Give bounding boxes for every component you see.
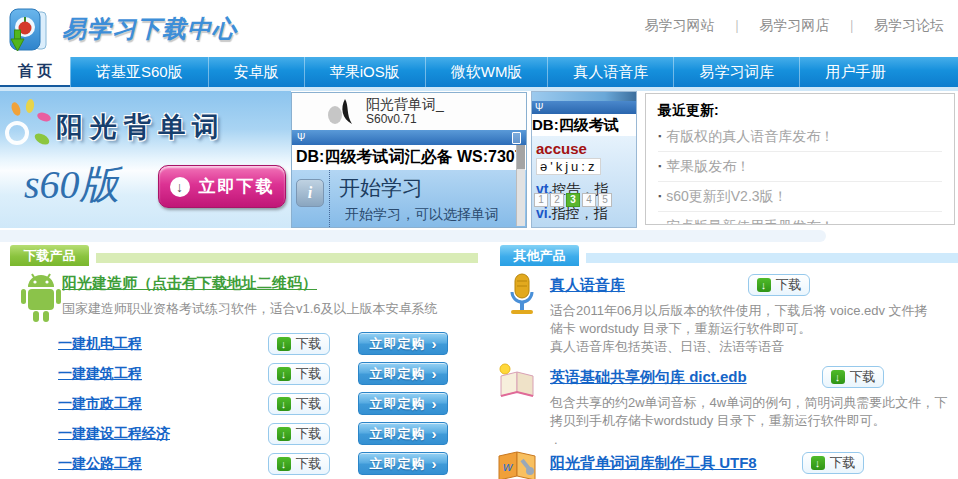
signal-icon: Ψ [535,102,543,113]
screenshot-phone-right: Ψ DB:四级考试 accuse ə'kju:z vt.控告，指 vi.指控，指… [531,91,637,228]
download-icon: ↓ [831,370,845,384]
course-link[interactable]: 一建机电工程 [58,335,142,353]
download-row: 一建建筑工程 ↓ 下载 立即定购 › [0,362,478,386]
bullet-icon: ▪ [658,131,661,141]
nav-tab-wm[interactable]: 微软WM版 [425,57,548,87]
android-icon [18,270,64,324]
app-logo-icon [8,4,54,54]
svg-text:w: w [503,459,514,474]
download-products-section: 下载产品 阳光建造师（点击有下载地址二维码） 国家建造师职业资格考试练习软件，适… [0,244,478,479]
banner-download-button[interactable]: ↓ 立即下载 [158,165,286,208]
download-button[interactable]: ↓ 下载 [268,333,330,355]
product-title-link[interactable]: 阳光建造师（点击有下载地址二维码） [62,274,317,293]
sentence-library-link[interactable]: 英语基础共享例句库 dict.edb [550,368,747,387]
download-row: 一建市政工程 ↓ 下载 立即定购 › [0,392,478,416]
phone-left-titlebar: Ψ [292,130,526,145]
phone-scrollbar[interactable] [516,145,525,226]
book-icon [496,362,538,398]
nav-tab-voice-library[interactable]: 真人语音库 [547,57,673,87]
update-item[interactable]: ▪安卓版最新使用手册发布！ [658,212,942,225]
download-icon: ↓ [811,456,825,470]
download-row: 一建机电工程 ↓ 下载 立即定购 › [0,332,478,356]
link-store[interactable]: 易学习网店 [759,17,829,35]
order-now-button[interactable]: 立即定购 › [358,422,448,445]
nav-tab-nokia-s60[interactable]: 诺基亚S60版 [70,57,208,87]
header: 易学习下载中心 易学习网站 ｜ 易学习网店 ｜ 易学习论坛 [0,0,958,57]
download-icon: ↓ [277,397,291,411]
course-link[interactable]: 一建建设工程经济 [58,425,170,443]
download-icon: ↓ [277,457,291,471]
download-button[interactable]: ↓ 下载 [268,453,330,475]
download-button[interactable]: ↓ 下载 [822,366,884,388]
course-link[interactable]: 一建市政工程 [58,395,142,413]
meaning-vi: vi.指控，指 [536,205,636,223]
download-icon: ↓ [277,367,291,381]
page-3-active[interactable]: 3 [566,193,580,207]
page-1[interactable]: 1 [534,193,548,207]
update-item[interactable]: ▪苹果版发布！ [658,152,942,182]
download-button[interactable]: ↓ 下载 [268,393,330,415]
updates-title: 最近更新: [658,102,942,120]
word-text: accuse [536,136,636,157]
scrollbar-thumb[interactable] [517,145,525,169]
nav-tab-manual[interactable]: 用户手册 [799,57,910,87]
description-line: 包含共享的约2w单词音标，4w单词的例句，简明词典需要此文件，下 [550,394,947,412]
blue-strip [586,253,958,263]
nav-tab-android[interactable]: 安卓版 [208,57,304,87]
product-description: 国家建造师职业资格考试练习软件，适合v1.6及以上版本安卓系统 [62,300,438,318]
link-separator: ｜ [845,17,858,35]
promo-banner: 阳光背单词 s60版 ↓ 立即下载 [0,91,291,228]
page-4[interactable]: 4 [582,193,596,207]
link-separator: ｜ [731,17,744,35]
menu-item-title: 开始学习 [339,174,423,202]
link-website[interactable]: 易学习网站 [645,17,715,35]
top-links: 易学习网站 ｜ 易学习网店 ｜ 易学习论坛 [645,17,944,35]
promo-title: 阳光背单词 [56,109,226,145]
page-2[interactable]: 2 [550,193,564,207]
phone-right-wallpaper [532,92,636,101]
voice-library-link[interactable]: 真人语音库 [550,276,625,295]
description-line: . [554,432,558,447]
download-button[interactable]: ↓ 下载 [748,274,810,296]
update-item[interactable]: ▪s60更新到V2.3版！ [658,182,942,212]
nav-tab-home[interactable]: 首 页 [0,57,70,87]
tab-other-products[interactable]: 其他产品 [500,245,579,266]
chevron-right-icon: › [432,366,437,381]
bullet-icon: ▪ [658,221,661,225]
order-now-button[interactable]: 立即定购 › [358,332,448,355]
order-now-button[interactable]: 立即定购 › [358,452,448,475]
nav-tab-dictionary[interactable]: 易学习词库 [673,57,799,87]
order-now-button[interactable]: 立即定购 › [358,392,448,415]
microphone-icon [504,272,540,316]
phone-left-menu: i 开始学习 开始学习，可以选择单词 [292,170,526,227]
download-button[interactable]: ↓ 下载 [802,452,864,474]
nav-tab-ios[interactable]: 苹果iOS版 [304,57,425,87]
order-now-button[interactable]: 立即定购 › [358,362,448,385]
dict-tool-link[interactable]: 阳光背单词词库制作工具 UTF8 [550,454,757,473]
battery-icon [512,132,521,144]
download-icon: ↓ [277,337,291,351]
chevron-right-icon: › [432,396,437,411]
page: 易学习下载中心 易学习网站 ｜ 易学习网店 ｜ 易学习论坛 首 页 诺基亚S60… [0,0,958,479]
main-nav: 首 页 诺基亚S60版 安卓版 苹果iOS版 微软WM版 真人语音库 易学习词库… [0,57,958,87]
download-row: 一建公路工程 ↓ 下载 立即定购 › [0,452,478,476]
banner-row: 阳光背单词 s60版 ↓ 立即下载 阳光背单词_ S60v0.71 Ψ [0,91,958,228]
link-forum[interactable]: 易学习论坛 [874,17,944,35]
page-indicator: 1 2 3 4 5 [534,193,612,207]
update-item[interactable]: ▪有版权的真人语音库发布！ [658,122,942,152]
section-divider-strip [0,230,826,242]
app-swoosh-icon [326,98,356,126]
logo-text: 易学习下载中心 [62,13,237,45]
description-line: 拷贝到手机存储卡wordstudy 目录下，重新运行软件即可。 [550,412,886,430]
phone-right-titlebar: Ψ [532,101,636,114]
download-button[interactable]: ↓ 下载 [268,423,330,445]
logo[interactable]: 易学习下载中心 [8,4,237,54]
page-5[interactable]: 5 [598,193,612,207]
course-link[interactable]: 一建建筑工程 [58,365,142,383]
bullet-icon: ▪ [658,161,661,171]
chevron-right-icon: › [432,336,437,351]
course-link[interactable]: 一建公路工程 [58,455,142,473]
tab-download-products[interactable]: 下载产品 [10,245,89,266]
download-button[interactable]: ↓ 下载 [268,363,330,385]
green-strip [96,253,478,263]
